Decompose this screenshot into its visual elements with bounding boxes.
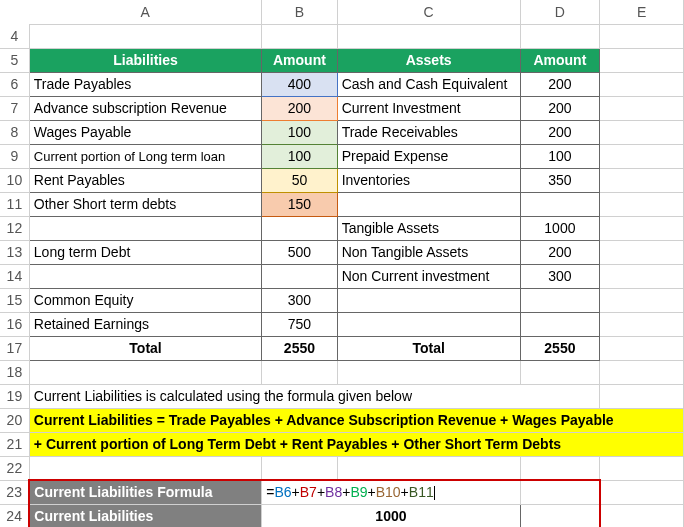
col-header-d[interactable]: D — [520, 0, 600, 24]
cell-noncurrent-label[interactable]: Non Current investment — [337, 264, 520, 288]
col-header-a[interactable]: A — [29, 0, 261, 24]
cell-e8[interactable] — [600, 120, 684, 144]
cell-re-val[interactable]: 750 — [262, 312, 337, 336]
cell-c11[interactable] — [337, 192, 520, 216]
cell-cur-inv-val[interactable]: 200 — [520, 96, 600, 120]
header-liabilities[interactable]: Liabilities — [29, 48, 261, 72]
cell-curportion-val[interactable]: 100 — [262, 144, 337, 168]
cell-b22[interactable] — [262, 456, 337, 480]
cell-othershort-val[interactable]: 150 — [262, 192, 337, 216]
row-header-17[interactable]: 17 — [0, 336, 29, 360]
cell-re-label[interactable]: Retained Earnings — [29, 312, 261, 336]
cell-e7[interactable] — [600, 96, 684, 120]
row-header-11[interactable]: 11 — [0, 192, 29, 216]
row-header-8[interactable]: 8 — [0, 120, 29, 144]
row-header-23[interactable]: 23 — [0, 480, 29, 504]
cell-ltd-label[interactable]: Long term Debt — [29, 240, 261, 264]
cell-e17[interactable] — [600, 336, 684, 360]
cell-e10[interactable] — [600, 168, 684, 192]
cell-e16[interactable] — [600, 312, 684, 336]
cell-othershort-label[interactable]: Other Short term debts — [29, 192, 261, 216]
cell-total-liab-val[interactable]: 2550 — [262, 336, 337, 360]
cell-c18[interactable] — [337, 360, 520, 384]
cell-wages-val[interactable]: 100 — [262, 120, 337, 144]
cell-total-liab-label[interactable]: Total — [29, 336, 261, 360]
cell-formula-text-l1[interactable]: Current Liabilities = Trade Payables + A… — [29, 408, 683, 432]
cell-trade-rec-val[interactable]: 200 — [520, 120, 600, 144]
cell-d4[interactable] — [520, 24, 600, 48]
cell-curportion-label[interactable]: Current portion of Long term loan — [29, 144, 261, 168]
cell-e19[interactable] — [600, 384, 684, 408]
row-header-19[interactable]: 19 — [0, 384, 29, 408]
cell-tangible-val[interactable]: 1000 — [520, 216, 600, 240]
cell-b18[interactable] — [262, 360, 337, 384]
row-header-5[interactable]: 5 — [0, 48, 29, 72]
row-header-10[interactable]: 10 — [0, 168, 29, 192]
cell-e12[interactable] — [600, 216, 684, 240]
cell-cash-equiv-label[interactable]: Cash and Cash Equivalent — [337, 72, 520, 96]
cell-cl-value[interactable]: 1000 — [262, 504, 520, 527]
cell-cl-formula-active[interactable]: =B6+B7+B8+B9+B10+B11 — [262, 480, 520, 504]
cell-a4[interactable] — [29, 24, 261, 48]
cell-a18[interactable] — [29, 360, 261, 384]
row-header-14[interactable]: 14 — [0, 264, 29, 288]
cell-cur-inv-label[interactable]: Current Investment — [337, 96, 520, 120]
cell-nontangible-val[interactable]: 200 — [520, 240, 600, 264]
cell-e6[interactable] — [600, 72, 684, 96]
cell-cash-equiv-val[interactable]: 200 — [520, 72, 600, 96]
col-header-b[interactable]: B — [262, 0, 337, 24]
row-header-18[interactable]: 18 — [0, 360, 29, 384]
header-assets[interactable]: Assets — [337, 48, 520, 72]
cell-d24[interactable] — [520, 504, 600, 527]
row-header-21[interactable]: 21 — [0, 432, 29, 456]
cell-e13[interactable] — [600, 240, 684, 264]
cell-note-r19[interactable]: Current Liabilities is calculated using … — [29, 384, 599, 408]
cell-trade-rec-label[interactable]: Trade Receivables — [337, 120, 520, 144]
cell-cl-formula-label[interactable]: Current Liabilities Formula — [29, 480, 261, 504]
cell-b12[interactable] — [262, 216, 337, 240]
row-header-15[interactable]: 15 — [0, 288, 29, 312]
cell-prepaid-label[interactable]: Prepaid Expense — [337, 144, 520, 168]
cell-a12[interactable] — [29, 216, 261, 240]
cell-wages-label[interactable]: Wages Payable — [29, 120, 261, 144]
col-header-c[interactable]: C — [337, 0, 520, 24]
col-header-e[interactable]: E — [600, 0, 684, 24]
cell-trade-payables-val[interactable]: 400 — [262, 72, 337, 96]
row-header-13[interactable]: 13 — [0, 240, 29, 264]
select-all-corner[interactable] — [0, 0, 29, 24]
cell-e9[interactable] — [600, 144, 684, 168]
cell-a22[interactable] — [29, 456, 261, 480]
cell-d11[interactable] — [520, 192, 600, 216]
header-amount-1[interactable]: Amount — [262, 48, 337, 72]
row-header-4[interactable]: 4 — [0, 24, 29, 48]
cell-d23[interactable] — [520, 480, 600, 504]
cell-e23[interactable] — [600, 480, 684, 504]
row-header-22[interactable]: 22 — [0, 456, 29, 480]
cell-b4[interactable] — [262, 24, 337, 48]
cell-d16[interactable] — [520, 312, 600, 336]
cell-total-assets-label[interactable]: Total — [337, 336, 520, 360]
cell-e22[interactable] — [600, 456, 684, 480]
cell-total-assets-val[interactable]: 2550 — [520, 336, 600, 360]
cell-d18[interactable] — [520, 360, 600, 384]
cell-c16[interactable] — [337, 312, 520, 336]
cell-e5[interactable] — [600, 48, 684, 72]
cell-inventories-val[interactable]: 350 — [520, 168, 600, 192]
cell-trade-payables-label[interactable]: Trade Payables — [29, 72, 261, 96]
cell-noncurrent-val[interactable]: 300 — [520, 264, 600, 288]
row-header-12[interactable]: 12 — [0, 216, 29, 240]
cell-tangible-label[interactable]: Tangible Assets — [337, 216, 520, 240]
row-header-7[interactable]: 7 — [0, 96, 29, 120]
row-header-9[interactable]: 9 — [0, 144, 29, 168]
cell-d22[interactable] — [520, 456, 600, 480]
cell-e14[interactable] — [600, 264, 684, 288]
header-amount-2[interactable]: Amount — [520, 48, 600, 72]
cell-b14[interactable] — [262, 264, 337, 288]
cell-c4[interactable] — [337, 24, 520, 48]
cell-prepaid-val[interactable]: 100 — [520, 144, 600, 168]
row-header-24[interactable]: 24 — [0, 504, 29, 527]
cell-d15[interactable] — [520, 288, 600, 312]
row-header-6[interactable]: 6 — [0, 72, 29, 96]
cell-rent-val[interactable]: 50 — [262, 168, 337, 192]
row-header-16[interactable]: 16 — [0, 312, 29, 336]
